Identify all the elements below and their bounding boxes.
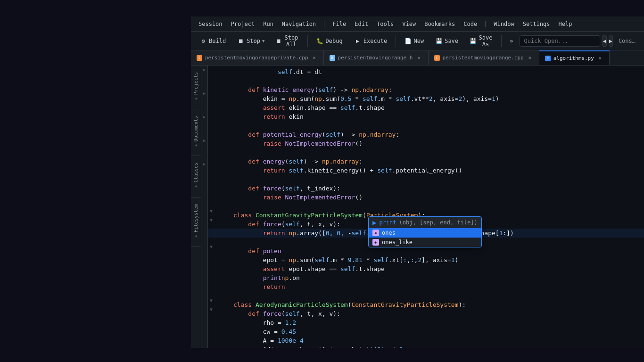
save-button[interactable]: 💾 Save: [430, 35, 463, 47]
code-line: fdiss = -rho*cw*A * np.abs(v)**3*v / 2: [208, 345, 644, 348]
tab-close-h[interactable]: ×: [416, 55, 422, 61]
tab-label-py: algorithms.py: [553, 55, 594, 61]
tab-label-cpp1: persistentmovingorangeprivate.cpp: [205, 55, 308, 61]
line-content[interactable]: assert ekin.shape == self.t.shape: [231, 103, 644, 112]
tab-close-cpp2[interactable]: ×: [527, 55, 533, 61]
panel-filesystem[interactable]: ▶ Filesystem: [191, 197, 201, 247]
code-line: assert ekin.shape == self.t.shape: [208, 103, 644, 112]
fold-arrow[interactable]: ▼: [210, 298, 213, 303]
fold-arrow[interactable]: ▼: [210, 244, 213, 249]
nav-back-button[interactable]: ◀: [602, 35, 606, 47]
code-line: return: [208, 282, 644, 291]
menu-run[interactable]: Run: [259, 19, 277, 29]
build-button[interactable]: ⚙ Build: [195, 35, 231, 47]
panel-classes-label: ▶ Classes: [193, 160, 198, 193]
menu-file[interactable]: File: [329, 19, 350, 29]
line-content[interactable]: def force(self, t, x, v):: [231, 309, 644, 318]
tab-close-py[interactable]: ×: [597, 55, 603, 62]
fold-arrow[interactable]: ▼: [210, 208, 213, 214]
stop-button[interactable]: ⏹ Stop ▼: [232, 35, 269, 47]
more-icon: »: [510, 38, 513, 44]
nav-forward-button[interactable]: ▶: [609, 35, 613, 47]
menu-code[interactable]: Code: [460, 19, 481, 29]
tab-cpp[interactable]: C persistentmovingorange.cpp ×: [429, 50, 539, 65]
code-line: [208, 202, 644, 211]
line-content[interactable]: return: [231, 282, 644, 291]
panel-documents-label: ▶ Documents: [193, 113, 198, 152]
line-content[interactable]: def kinetic_energy(self) -> np.ndarray:: [231, 85, 644, 94]
line-content[interactable]: fdiss = -rho*cw*A * np.abs(v)**3*v / 2: [231, 345, 644, 348]
line-content[interactable]: self.dt = dt: [231, 67, 644, 76]
new-icon: 📄: [404, 37, 412, 45]
breadcrumb-path: ConstantGravityParticleSys: [615, 36, 640, 46]
code-editor[interactable]: self.dt = dt def kinetic_energy(self) ->…: [208, 66, 644, 348]
code-line: ▼ def force(self, t, x, v):: [208, 309, 644, 318]
line-content[interactable]: return self.kinetic_energy() + self.pote…: [231, 166, 644, 175]
panel-fs-label: ▶ Filesystem: [193, 201, 198, 243]
line-content[interactable]: return ekin: [231, 112, 644, 121]
menu-view[interactable]: View: [398, 19, 420, 29]
fold-arrow[interactable]: ▼: [210, 307, 213, 312]
tab-py[interactable]: P algorithms.py ×: [539, 50, 610, 65]
panel-classes[interactable]: ▶ Classes: [191, 156, 201, 197]
quick-open-input[interactable]: [520, 35, 600, 47]
build-icon: ⚙: [199, 37, 207, 45]
panel-cls-expand-icon: ▶: [194, 185, 198, 189]
new-button[interactable]: 📄 New: [399, 35, 429, 47]
gutter-arrow-3[interactable]: ▶: [203, 115, 206, 119]
debug-button[interactable]: 🐛 Debug: [312, 35, 347, 47]
gutter-arrow-1[interactable]: ▶: [203, 67, 206, 72]
gutter-arrow-4[interactable]: ▶: [203, 138, 206, 143]
line-content[interactable]: printnp.on: [231, 273, 644, 282]
line-content[interactable]: A = 1000e-4: [231, 336, 644, 345]
code-line: [208, 148, 644, 157]
tab-h[interactable]: H persistentmovingorange.h ×: [324, 50, 429, 65]
line-content[interactable]: ekin = np.sum(np.sum(0.5 * self.m * self…: [231, 94, 644, 103]
tab-cpp-private[interactable]: C persistentmovingorangeprivate.cpp ×: [191, 50, 324, 65]
autocomplete-item-ones-like[interactable]: ◈ ones_like: [369, 238, 481, 247]
menu-bar: Session Project Run Navigation | File Ed…: [191, 16, 644, 32]
gutter-arrow-2[interactable]: ▶: [203, 91, 206, 96]
line-content[interactable]: raise NotImplementedError(): [231, 193, 644, 202]
line-content[interactable]: cw = 0.45: [231, 327, 644, 336]
code-line: def kinetic_energy(self) -> np.ndarray:: [208, 85, 644, 94]
code-line: [208, 175, 644, 184]
ac-item-label-ones: ones: [382, 230, 396, 236]
line-content[interactable]: def potential_energy(self) -> np.ndarray…: [231, 130, 644, 139]
gutter-arrow-5[interactable]: ▶: [203, 162, 206, 166]
menu-bookmarks[interactable]: Bookmarks: [421, 19, 459, 29]
save-as-button[interactable]: 💾 Save As: [465, 33, 497, 49]
autocomplete-item-ones[interactable]: ◈ ones: [369, 228, 481, 238]
stop-all-button[interactable]: ⏹ Stop All: [271, 33, 304, 49]
menu-tools[interactable]: Tools: [373, 19, 397, 29]
tab-close-cpp1[interactable]: ×: [311, 55, 318, 61]
line-content[interactable]: def energy(self) -> np.ndarray:: [231, 157, 644, 166]
menu-window[interactable]: Window: [490, 19, 518, 29]
code-line: raise NotImplementedError(): [208, 139, 644, 148]
menu-navigation[interactable]: Navigation: [278, 19, 320, 29]
line-content[interactable]: assert epot.shape == self.t.shape: [231, 264, 644, 273]
stop-dropdown-arrow[interactable]: ▼: [262, 39, 264, 43]
fold-arrow[interactable]: ▼: [210, 217, 213, 222]
line-content[interactable]: class AerodynamicParticleSystem(Constant…: [231, 300, 644, 309]
line-content[interactable]: rho = 1.2: [231, 318, 644, 327]
menu-help[interactable]: Help: [555, 19, 576, 29]
line-content[interactable]: epot = np.sum(self.m * 9.81 * self.xt[:,…: [231, 255, 644, 264]
menu-edit[interactable]: Edit: [351, 19, 372, 29]
menu-session[interactable]: Session: [195, 19, 226, 29]
tabs-bar: C persistentmovingorangeprivate.cpp × H …: [191, 50, 644, 66]
menu-project[interactable]: Project: [227, 19, 259, 29]
ac-item-label-ones-like: ones_like: [382, 239, 413, 246]
toolbar: ⚙ Build ⏹ Stop ▼ ⏹ Stop All 🐛 Debug ▶ Ex…: [191, 32, 644, 50]
panel-documents[interactable]: ▶ Documents: [191, 109, 201, 156]
code-line: rho = 1.2: [208, 318, 644, 327]
line-content[interactable]: def force(self, t_index):: [231, 184, 644, 193]
panel-projects[interactable]: ▶ Projects: [191, 66, 201, 109]
stop-icon: ⏹: [237, 37, 245, 45]
line-content[interactable]: raise NotImplementedError(): [231, 139, 644, 148]
menu-settings[interactable]: Settings: [519, 19, 554, 29]
code-line: printnp.on: [208, 273, 644, 282]
execute-button[interactable]: ▶ Execute: [349, 35, 392, 47]
line-content[interactable]: def poten: [231, 247, 644, 255]
more-button[interactable]: »: [505, 36, 518, 46]
